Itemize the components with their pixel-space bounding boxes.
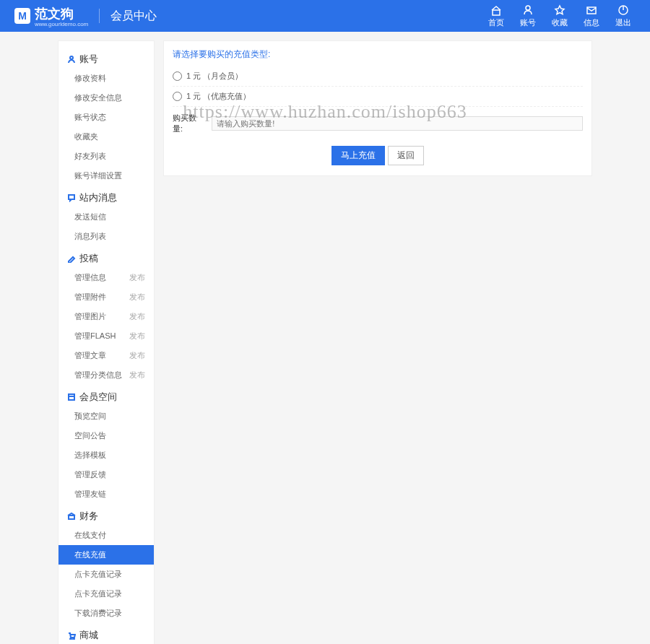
sidebar-item-在线充值[interactable]: 在线充值 <box>58 545 154 565</box>
svg-point-1 <box>526 6 530 10</box>
sidebar-item-管理友链[interactable]: 管理友链 <box>58 484 154 504</box>
sidebar-section-账号: 账号 <box>58 47 154 69</box>
layout-icon <box>67 393 76 401</box>
sidebar-item-修改安全信息[interactable]: 修改安全信息 <box>58 88 154 108</box>
sidebar-item-在线支付[interactable]: 在线支付 <box>58 526 154 545</box>
sidebar-section-站内消息: 站内消息 <box>58 186 154 207</box>
sidebar-section-投稿: 投稿 <box>58 246 154 268</box>
sidebar-section-会员空间: 会员空间 <box>58 385 154 406</box>
sidebar-item-收藏夹[interactable]: 收藏夹 <box>58 127 154 147</box>
sidebar-item-好友列表[interactable]: 好友列表 <box>58 147 154 166</box>
sidebar-section-商城: 商城 <box>58 623 154 644</box>
quantity-input[interactable] <box>212 116 583 131</box>
main-title: 请选择要购买的充值类型: <box>173 48 583 66</box>
sidebar-item-空间公告[interactable]: 空间公告 <box>58 426 154 445</box>
home-icon <box>490 4 502 16</box>
header-divider <box>99 9 100 23</box>
nav-star[interactable]: 收藏 <box>547 4 572 28</box>
power-icon <box>618 4 629 16</box>
sidebar-item-管理图片[interactable]: 管理图片发布 <box>58 307 154 326</box>
nav-power[interactable]: 退出 <box>611 4 636 28</box>
sidebar-item-action[interactable]: 发布 <box>129 370 145 380</box>
bubble-icon <box>67 193 76 202</box>
sidebar-item-action[interactable]: 发布 <box>129 331 145 341</box>
svg-rect-8 <box>69 515 74 519</box>
svg-point-5 <box>70 56 73 59</box>
back-button[interactable]: 返回 <box>388 146 424 165</box>
sidebar-item-点卡充值记录[interactable]: 点卡充值记录 <box>58 565 154 584</box>
sidebar-item-账号详细设置[interactable]: 账号详细设置 <box>58 166 154 186</box>
sidebar-item-管理分类信息[interactable]: 管理分类信息发布 <box>58 365 154 385</box>
radio-option-2[interactable] <box>173 92 182 101</box>
recharge-option-2[interactable]: 1 元 （优惠充值） <box>173 87 583 107</box>
logo-text: 范文狗 <box>35 6 74 21</box>
sidebar-item-点卡充值记录[interactable]: 点卡充值记录 <box>58 584 154 604</box>
sidebar-item-下载消费记录[interactable]: 下载消费记录 <box>58 604 154 623</box>
sidebar-item-action[interactable]: 发布 <box>129 272 145 283</box>
sidebar-item-发送短信[interactable]: 发送短信 <box>58 207 154 227</box>
site-logo[interactable]: M 范文狗 www.gourldemo.com <box>14 5 88 27</box>
nav-user[interactable]: 账号 <box>516 4 540 28</box>
sidebar-item-action[interactable]: 发布 <box>129 350 145 361</box>
sidebar-item-action[interactable]: 发布 <box>129 311 145 322</box>
svg-point-9 <box>70 638 72 640</box>
sidebar-item-账号状态[interactable]: 账号状态 <box>58 108 154 127</box>
logo-icon: M <box>14 8 30 24</box>
sidebar-item-修改资料[interactable]: 修改资料 <box>58 69 154 88</box>
svg-point-10 <box>73 638 74 640</box>
cart-icon <box>67 631 76 640</box>
sidebar-item-action[interactable]: 发布 <box>129 292 145 303</box>
sidebar-section-财务: 财务 <box>58 504 154 526</box>
svg-rect-0 <box>493 10 500 15</box>
page-title: 会员中心 <box>110 9 157 24</box>
recharge-option-1[interactable]: 1 元 （月会员） <box>173 66 583 87</box>
sidebar-item-管理文章[interactable]: 管理文章发布 <box>58 346 154 365</box>
submit-button[interactable]: 马上充值 <box>332 146 385 165</box>
bank-icon <box>67 512 76 521</box>
edit-icon <box>67 254 76 263</box>
user-icon <box>522 4 534 16</box>
sidebar-item-预览空间[interactable]: 预览空间 <box>58 406 154 426</box>
sidebar-item-消息列表[interactable]: 消息列表 <box>58 227 154 246</box>
star-icon <box>554 4 566 16</box>
nav-home[interactable]: 首页 <box>484 4 508 28</box>
sidebar-item-管理信息[interactable]: 管理信息发布 <box>58 268 154 287</box>
mail-icon <box>586 4 597 16</box>
sidebar-item-管理FLASH[interactable]: 管理FLASH发布 <box>58 326 154 346</box>
quantity-label: 购买数量: <box>173 113 204 134</box>
sidebar-item-管理附件[interactable]: 管理附件发布 <box>58 287 154 307</box>
nav-mail[interactable]: 信息 <box>579 4 604 28</box>
sidebar-item-选择模板[interactable]: 选择模板 <box>58 445 154 465</box>
sidebar-item-管理反馈[interactable]: 管理反馈 <box>58 465 154 484</box>
logo-subtitle: www.gourldemo.com <box>35 21 88 27</box>
user-icon <box>67 55 76 64</box>
radio-option-1[interactable] <box>173 71 182 81</box>
